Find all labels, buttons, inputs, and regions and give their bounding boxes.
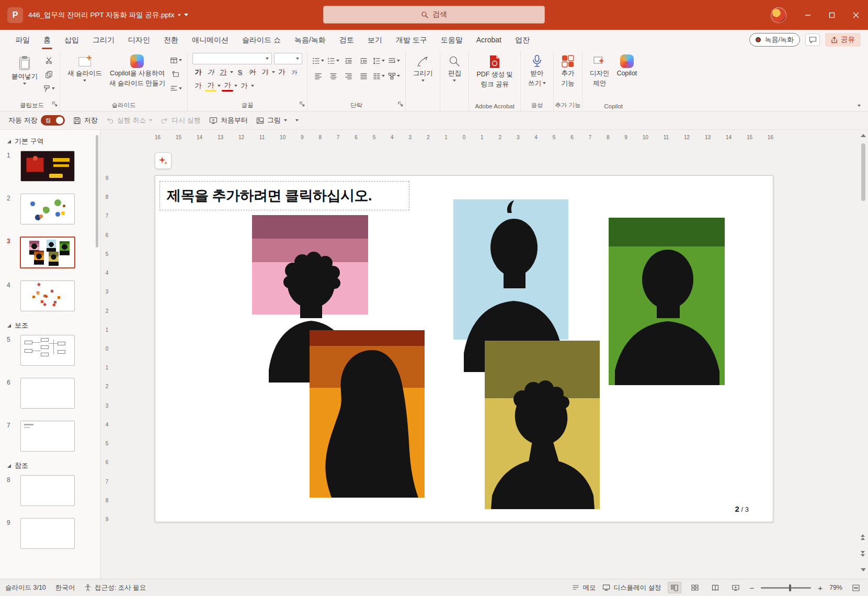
slide-thumbnail-4[interactable]: 4 bbox=[0, 280, 100, 311]
text-highlight-chevron-icon[interactable] bbox=[218, 85, 221, 87]
section-button[interactable] bbox=[170, 82, 182, 95]
justify-button[interactable] bbox=[358, 70, 370, 82]
language-indicator[interactable]: 한국어 bbox=[55, 583, 75, 592]
decrease-indent-button[interactable] bbox=[342, 54, 355, 67]
tab-help[interactable]: 도움말 bbox=[434, 30, 470, 49]
slide-layout-button[interactable] bbox=[170, 54, 182, 66]
comments-button[interactable] bbox=[805, 33, 820, 46]
text-shadow-button[interactable]: S bbox=[234, 66, 246, 78]
tab-record[interactable]: 녹음/녹화 bbox=[288, 30, 333, 49]
section-header-reference[interactable]: 참조 bbox=[0, 460, 100, 471]
portrait-image-green[interactable] bbox=[609, 218, 725, 385]
from-start-button[interactable]: 처음부터 bbox=[209, 116, 248, 125]
document-title[interactable]: 446_업무의 잔머리 PPT 자동화 파일 공유.pptx • bbox=[28, 10, 188, 20]
zoom-slider-thumb[interactable] bbox=[789, 584, 791, 591]
tab-design[interactable]: 디자인 bbox=[121, 30, 157, 49]
ribbon-collapse-chevron[interactable] bbox=[858, 105, 861, 107]
canvas-vertical-scrollbar[interactable] bbox=[860, 131, 867, 578]
reading-view-button[interactable] bbox=[709, 582, 722, 593]
notes-button[interactable]: 메모 bbox=[572, 583, 596, 592]
shrink-font-button[interactable]: 가 bbox=[289, 66, 300, 78]
slide-thumbnail-6[interactable]: 6 bbox=[0, 378, 100, 409]
font-color-chevron-icon[interactable] bbox=[234, 85, 237, 87]
character-spacing-button[interactable]: 갸 bbox=[259, 66, 271, 78]
font-size-combobox[interactable] bbox=[274, 53, 302, 64]
reset-slide-button[interactable] bbox=[170, 68, 182, 81]
editing-button[interactable]: 편집 bbox=[445, 53, 464, 83]
clear-formatting-button[interactable]: 가 bbox=[192, 80, 204, 92]
portrait-image-blue[interactable] bbox=[453, 199, 568, 340]
section-header-secondary[interactable]: 보조 bbox=[0, 320, 100, 331]
line-spacing-button[interactable] bbox=[373, 54, 385, 67]
grow-font-button[interactable]: 가 bbox=[276, 66, 288, 78]
zoom-in-button[interactable]: + bbox=[818, 584, 823, 592]
font-color-button[interactable]: 가 bbox=[222, 80, 233, 92]
user-avatar[interactable] bbox=[771, 7, 786, 23]
format-painter-button[interactable] bbox=[42, 82, 55, 95]
copy-button[interactable] bbox=[42, 68, 55, 81]
accessibility-status[interactable]: 접근성: 조사 필요 bbox=[84, 583, 146, 592]
drawing-button[interactable]: 그리기 bbox=[410, 53, 436, 83]
tab-developer[interactable]: 개발 도구 bbox=[389, 30, 434, 49]
slide-editing-canvas[interactable]: 1615141312111098765432101234567891011121… bbox=[100, 130, 868, 579]
numbering-button[interactable] bbox=[327, 54, 340, 67]
previous-slide-button[interactable] bbox=[861, 534, 865, 540]
minimize-button[interactable] bbox=[796, 0, 820, 30]
slide-thumbnail-5[interactable]: 5 bbox=[0, 335, 100, 366]
tab-draw[interactable]: 그리기 bbox=[86, 30, 121, 49]
share-button[interactable]: 공유 bbox=[825, 33, 861, 47]
tab-slideshow[interactable]: 슬라이드 쇼 bbox=[235, 30, 288, 49]
slide-sorter-view-button[interactable] bbox=[688, 582, 702, 593]
redo-button[interactable]: 다시 실행 bbox=[161, 116, 201, 125]
qat-overflow-chevron[interactable] bbox=[295, 119, 299, 121]
columns-button[interactable] bbox=[373, 70, 385, 82]
smartart-convert-button[interactable] bbox=[388, 70, 401, 82]
slide-thumbnail-9[interactable]: 9 bbox=[0, 518, 100, 549]
bold-button[interactable]: 가 bbox=[192, 66, 204, 78]
align-center-button[interactable] bbox=[327, 70, 340, 82]
text-direction-button[interactable] bbox=[388, 54, 401, 67]
tab-animations[interactable]: 애니메이션 bbox=[185, 30, 235, 49]
cut-button[interactable] bbox=[42, 54, 55, 66]
scroll-up-arrow-icon[interactable] bbox=[861, 134, 866, 137]
slide-thumbnail-8[interactable]: 8 bbox=[0, 475, 100, 506]
copilot-button[interactable]: Copilot bbox=[614, 53, 639, 80]
clipboard-dialog-launcher[interactable] bbox=[52, 99, 58, 109]
next-slide-button[interactable] bbox=[861, 551, 865, 557]
autosave-toggle[interactable]: 자동 저장 켬 bbox=[8, 115, 65, 126]
save-button[interactable]: 저장 bbox=[73, 116, 98, 125]
close-button[interactable] bbox=[844, 0, 868, 30]
search-box[interactable]: 검색 bbox=[323, 6, 545, 24]
slide-thumbnail-3-selected[interactable]: 3 bbox=[0, 237, 100, 268]
undo-button[interactable]: 실행 취소 bbox=[106, 116, 153, 125]
scroll-down-arrow-icon[interactable] bbox=[861, 568, 866, 571]
character-spacing-chevron-icon[interactable] bbox=[272, 71, 275, 73]
paste-button[interactable]: 붙여넣기 bbox=[9, 53, 40, 86]
display-settings-button[interactable]: 디스플레이 설정 bbox=[602, 583, 661, 592]
font-name-combobox[interactable] bbox=[192, 53, 272, 64]
paragraph-dialog-launcher[interactable] bbox=[398, 99, 403, 109]
tab-custom[interactable]: 업잔 bbox=[508, 30, 536, 49]
align-right-button[interactable] bbox=[342, 70, 355, 82]
designer-button[interactable]: 디자인 제안 bbox=[587, 53, 612, 89]
maximize-button[interactable] bbox=[820, 0, 844, 30]
portrait-image-orange[interactable] bbox=[310, 330, 425, 498]
change-case-chevron-icon[interactable] bbox=[251, 85, 254, 87]
slide-thumbnail-1[interactable]: 1 bbox=[0, 151, 100, 182]
tab-review[interactable]: 검토 bbox=[333, 30, 361, 49]
zoom-slider[interactable] bbox=[761, 587, 811, 589]
tab-home[interactable]: 홈 bbox=[37, 30, 58, 49]
zoom-out-button[interactable]: − bbox=[749, 584, 754, 592]
zoom-level[interactable]: 79% bbox=[829, 584, 842, 591]
dictate-button[interactable]: 받아 쓰기 bbox=[526, 53, 549, 89]
italic-button[interactable]: 가 bbox=[205, 66, 216, 78]
tab-view[interactable]: 보기 bbox=[361, 30, 389, 49]
portrait-image-olive[interactable] bbox=[485, 341, 600, 509]
underline-chevron-icon[interactable] bbox=[230, 71, 233, 73]
increase-indent-button[interactable] bbox=[358, 54, 370, 67]
title-placeholder[interactable]: 제목을 추가하려면 클릭하십시오. bbox=[159, 181, 409, 210]
scrollbar-thumb[interactable] bbox=[861, 143, 865, 201]
picture-button[interactable]: 그림 bbox=[256, 116, 287, 125]
tab-transitions[interactable]: 전환 bbox=[157, 30, 185, 49]
panel-scrollbar[interactable] bbox=[96, 135, 98, 248]
